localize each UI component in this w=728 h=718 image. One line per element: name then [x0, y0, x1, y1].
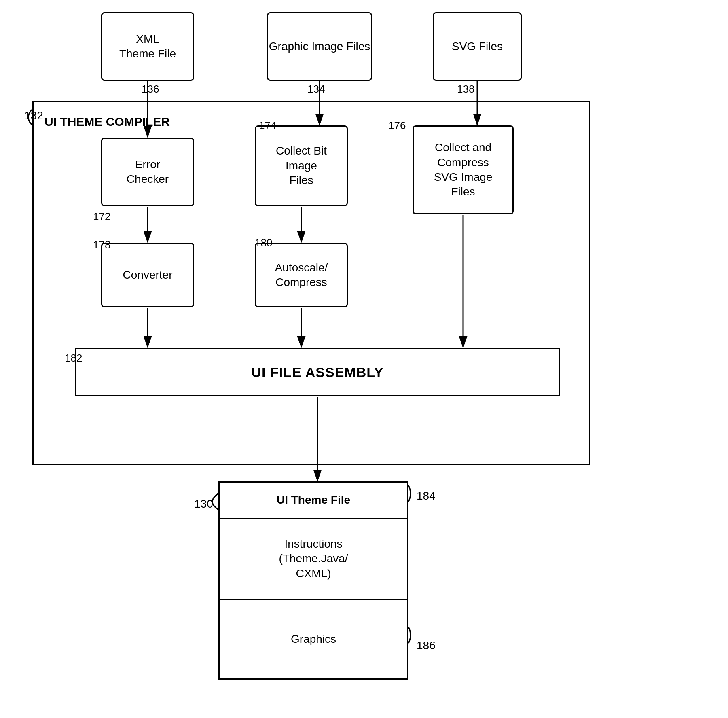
graphic-image-files-label: Graphic Image Files — [269, 39, 370, 54]
label-176: 176 — [388, 119, 406, 132]
autoscale-label: Autoscale/Compress — [275, 261, 328, 290]
converter-label: Converter — [123, 268, 173, 282]
xml-theme-file-box: XMLTheme File — [101, 12, 194, 81]
ui-theme-file-header-label: UI Theme File — [277, 493, 350, 507]
label-134: 134 — [307, 83, 325, 95]
graphics-section: Graphics — [220, 600, 407, 678]
graphics-label: Graphics — [291, 632, 336, 646]
label-138: 138 — [457, 83, 474, 95]
label-178: 178 — [93, 239, 110, 251]
label-136: 136 — [142, 83, 159, 95]
collect-compress-svg-label: Collect andCompressSVG ImageFiles — [434, 140, 493, 199]
ui-file-assembly-label: UI FILE ASSEMBLY — [251, 363, 383, 381]
error-checker-label: ErrorChecker — [127, 157, 169, 187]
collect-compress-svg-box: Collect andCompressSVG ImageFiles — [413, 125, 514, 214]
diagram: XMLTheme File Graphic Image Files SVG Fi… — [0, 0, 728, 718]
label-132: 132 — [24, 109, 43, 122]
ui-theme-file-header: UI Theme File — [220, 483, 407, 519]
label-174: 174 — [259, 119, 276, 132]
error-checker-box: ErrorChecker — [101, 138, 194, 206]
svg-files-label: SVG Files — [452, 39, 503, 54]
graphic-image-files-box: Graphic Image Files — [267, 12, 372, 81]
instructions-label: Instructions(Theme.Java/CXML) — [279, 537, 348, 581]
autoscale-box: Autoscale/Compress — [255, 243, 348, 307]
svg-files-box: SVG Files — [433, 12, 522, 81]
label-172: 172 — [93, 210, 110, 223]
label-130: 130 — [194, 498, 213, 510]
label-186: 186 — [417, 639, 436, 652]
collect-bit-box: Collect BitImageFiles — [255, 125, 348, 206]
collect-bit-label: Collect BitImageFiles — [276, 144, 327, 188]
xml-theme-file-label: XMLTheme File — [119, 32, 176, 61]
label-180: 180 — [255, 237, 272, 249]
instructions-section: Instructions(Theme.Java/CXML) — [220, 519, 407, 600]
label-182: 182 — [65, 352, 82, 364]
ui-file-assembly-box: UI FILE ASSEMBLY — [75, 348, 560, 396]
label-184: 184 — [417, 489, 436, 502]
converter-box: Converter — [101, 243, 194, 307]
ui-theme-file-outer: UI Theme File Instructions(Theme.Java/CX… — [218, 481, 408, 680]
compiler-title: UI THEME COMPILER — [44, 113, 170, 130]
